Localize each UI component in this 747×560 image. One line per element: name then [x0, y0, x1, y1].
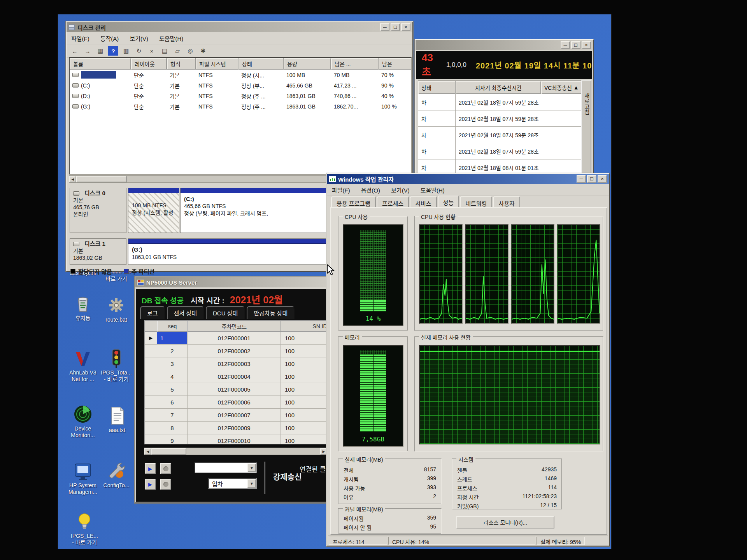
resource-monitor-button[interactable]: 리소스 모니터(R)...: [456, 516, 554, 528]
column-header-capacity[interactable]: 용량: [284, 58, 331, 70]
parking-grid-hscrollbar[interactable]: ◀ ▶: [144, 448, 328, 455]
column-header-type[interactable]: 형식: [167, 58, 196, 70]
close-button[interactable]: ×: [582, 41, 591, 49]
close-button[interactable]: ×: [401, 23, 410, 31]
refresh-side-button[interactable]: 새로고침: [581, 80, 591, 174]
refresh-icon[interactable]: ↻: [134, 46, 144, 56]
np5000-titlebar[interactable]: NP5000 US Server: [135, 277, 330, 287]
column-header-status[interactable]: 상태: [418, 81, 456, 94]
desktop-icon-ipgs-le[interactable]: IPGS_LE... - 바로 가기: [64, 511, 105, 546]
maximize-button[interactable]: □: [571, 41, 580, 49]
back-icon[interactable]: ←: [70, 46, 80, 56]
volume-row[interactable]: (G:) 단순 기본 NTFS 정상 (주 ... 1863,01 GB 186…: [70, 101, 411, 112]
menu-item[interactable]: 보기(V): [130, 34, 148, 42]
legend-swatch: [70, 269, 75, 274]
minimize-button[interactable]: ─: [561, 41, 570, 49]
stat-row: 페이지 안 됨95: [339, 523, 441, 532]
disk0-info[interactable]: 디스크 0 기본 465,76 GB 온라인: [70, 188, 126, 233]
volume-row[interactable]: (D:) 단순 기본 NTFS 정상 (주 ... 1863,01 GB 740…: [70, 91, 411, 101]
desktop-icon-configto[interactable]: ConfigTo...: [96, 461, 137, 489]
scroll-thumb[interactable]: [76, 176, 127, 182]
menu-item[interactable]: 도움말(H): [159, 34, 183, 42]
parking-grid-row[interactable]: ▶ 6 012F000006 100: [145, 396, 327, 409]
parking-grid-row[interactable]: ▶ 5 012F000005 100: [145, 383, 327, 396]
console-window-icon[interactable]: ▥: [121, 46, 131, 56]
column-header-last-received[interactable]: 지자기 최종수신시간: [456, 81, 541, 94]
parking-grid-row[interactable]: ▶ 9 012F000010 100: [145, 434, 327, 444]
help-icon[interactable]: ?: [108, 46, 118, 56]
np5000-tab[interactable]: DCU 상태: [206, 306, 245, 319]
parking-grid-row[interactable]: ▶ 2 012F000002 100: [145, 345, 327, 357]
parking-grid-row[interactable]: ▶ 1 012F000001 100: [145, 332, 327, 345]
mode-combobox[interactable]: ▼: [195, 462, 257, 473]
np5000-tab[interactable]: 만공차등 상태: [247, 306, 295, 319]
disk-management-titlebar[interactable]: 디스크 관리 ─ □ ×: [67, 22, 412, 32]
column-header-status[interactable]: 상태: [238, 58, 284, 70]
scroll-thumb[interactable]: [151, 448, 186, 455]
telemetry-row[interactable]: 차 2021년 02월 18일 07시 59분 28초: [418, 127, 582, 143]
np5000-tab[interactable]: 로그: [140, 306, 165, 319]
search-icon[interactable]: ◎: [185, 46, 195, 56]
task-manager-titlebar[interactable]: Windows 작업 관리자 ─ □ ×: [327, 174, 609, 184]
properties-icon[interactable]: ▤: [160, 46, 170, 56]
menu-item[interactable]: 도움말(H): [421, 186, 445, 194]
cpu-history-graph-1: [419, 224, 463, 324]
parking-grid-row[interactable]: ▶ 3 012F000003 100: [145, 357, 327, 370]
settings-icon[interactable]: ✱: [198, 46, 208, 56]
scroll-left-button[interactable]: ◀: [69, 176, 76, 182]
delete-icon[interactable]: ×: [147, 46, 157, 56]
column-header-layout[interactable]: 레이아웃: [131, 58, 167, 70]
dropdown-arrow-icon[interactable]: ▼: [247, 479, 256, 488]
maximize-button[interactable]: □: [391, 23, 400, 31]
telemetry-row[interactable]: 차 2021년 02월 18일 07시 59분 28초: [418, 94, 582, 110]
play-button-1[interactable]: ▶: [145, 463, 156, 474]
stat-row: 사용 가능393: [339, 483, 441, 492]
np5000-tab[interactable]: 센서 상태: [167, 306, 204, 319]
open-folder-icon[interactable]: ▱: [172, 46, 182, 56]
column-header-sn-id[interactable]: SN ID: [281, 321, 328, 332]
column-header-volume[interactable]: 볼륨: [70, 58, 131, 70]
scroll-left-button[interactable]: ◀: [144, 448, 151, 455]
telemetry-row[interactable]: 차 2021년 02월 18일 07시 59분 28초: [418, 110, 582, 127]
forward-icon[interactable]: →: [82, 46, 93, 56]
column-header-free-pct[interactable]: 남은: [379, 58, 412, 70]
parking-grid-row[interactable]: ▶ 8 012F000009 100: [145, 422, 327, 434]
menu-item[interactable]: 파일(F): [332, 186, 350, 194]
desktop-icon-route-bat[interactable]: route.bat: [96, 295, 137, 323]
minimize-button[interactable]: ─: [380, 23, 389, 31]
record-button-1[interactable]: [160, 463, 171, 474]
dropdown-arrow-icon[interactable]: ▼: [247, 464, 256, 472]
record-button-2[interactable]: [160, 479, 171, 490]
kernel-memory-groupbox: 커널 메모리(MB) 페이지됨359페이지 안 됨95: [338, 508, 442, 534]
column-header-seq[interactable]: seq: [157, 321, 188, 332]
menu-item[interactable]: 옵션(O): [361, 186, 380, 194]
column-header-parking-code[interactable]: 주차면코드: [188, 321, 281, 332]
maximize-button[interactable]: □: [587, 175, 596, 183]
menu-item[interactable]: 파일(F): [71, 34, 89, 42]
column-header-filesystem[interactable]: 파일 시스템: [196, 58, 238, 70]
column-header-free[interactable]: 남은 ...: [331, 58, 379, 70]
entry-type-combobox[interactable]: 입차 ▼: [208, 478, 257, 489]
close-button[interactable]: ×: [598, 175, 607, 183]
disk1-info[interactable]: 디스크 1 기본 1863,02 GB: [70, 238, 126, 265]
menu-item[interactable]: 동작(A): [100, 34, 119, 42]
telemetry-row[interactable]: 차 2021년 02월 18일 07시 59분 28초: [418, 143, 582, 159]
telemetry-row[interactable]: 차 2021년 02월 18일 08시 01분 01초: [418, 159, 582, 175]
volume-icon: [72, 73, 79, 77]
stat-row: 여유2: [339, 492, 441, 501]
volume-icon: [72, 104, 79, 108]
menu-item[interactable]: 보기(V): [391, 186, 410, 194]
parking-grid-row[interactable]: ▶ 7 012F000007 100: [145, 409, 327, 422]
minimize-button[interactable]: ─: [577, 175, 586, 183]
parking-grid-row[interactable]: ▶ 4 012F000004 100: [145, 370, 327, 383]
telemetry-titlebar[interactable]: ─ □ ×: [416, 40, 593, 50]
disk0-partition-system[interactable]: 100 MB NTFS 정상 (시스템, 활성: [128, 188, 179, 233]
console-tree-icon[interactable]: ▦: [95, 46, 105, 56]
volume-row[interactable]: 단순 기본 NTFS 정상 (시... 100 MB 70 MB 70 %: [70, 70, 411, 80]
volume-row[interactable]: (C:) 단순 기본 NTFS 정상 (부... 465,66 GB 417,2…: [70, 80, 411, 91]
desktop-icon-aaa-txt[interactable]: aaa.txt: [97, 406, 137, 434]
column-header-vc-last-sent[interactable]: VC최종송신 ▲: [541, 81, 582, 94]
play-button-2[interactable]: ▶: [145, 479, 156, 490]
force-send-label[interactable]: 강제송신: [273, 471, 302, 482]
desktop-icon-ipgs-total[interactable]: IPGS_Tota... - 바로 가기: [96, 348, 137, 383]
